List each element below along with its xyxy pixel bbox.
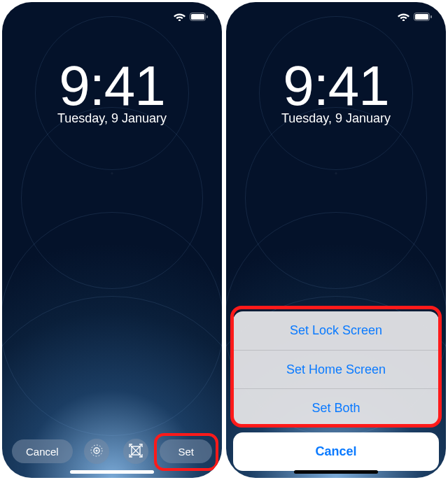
set-home-screen-option[interactable]: Set Home Screen (233, 350, 439, 388)
set-button[interactable]: Set (160, 439, 212, 463)
lock-date: Tuesday, 9 January (226, 111, 446, 126)
perspective-zoom-button[interactable] (123, 439, 148, 464)
set-both-option[interactable]: Set Both (233, 388, 439, 427)
action-sheet-options: Set Lock Screen Set Home Screen Set Both (233, 311, 439, 427)
wallpaper-toolbar: Cancel Set (2, 439, 222, 464)
home-indicator[interactable] (294, 470, 378, 474)
battery-icon (190, 11, 208, 24)
svg-rect-9 (430, 15, 432, 18)
lock-clock: 9:41 (2, 54, 222, 118)
svg-rect-2 (206, 15, 208, 18)
svg-rect-8 (415, 14, 428, 20)
live-photo-toggle-button[interactable] (84, 439, 109, 464)
lock-date: Tuesday, 9 January (2, 111, 222, 126)
battery-icon (414, 11, 432, 24)
set-lock-screen-option[interactable]: Set Lock Screen (233, 311, 439, 350)
wifi-icon (398, 11, 410, 24)
wallpaper-preview-screen: 9:41 Tuesday, 9 January Cancel Set (2, 2, 222, 478)
svg-point-4 (96, 449, 98, 451)
cancel-button[interactable]: Cancel (12, 439, 73, 463)
home-indicator[interactable] (70, 470, 154, 474)
lock-clock: 9:41 (226, 54, 446, 118)
perspective-zoom-icon (129, 444, 143, 460)
action-sheet: Set Lock Screen Set Home Screen Set Both… (233, 311, 439, 471)
action-sheet-cancel-button[interactable]: Cancel (233, 432, 439, 471)
status-bar (2, 2, 222, 33)
svg-rect-1 (191, 14, 204, 20)
live-photo-icon (90, 444, 104, 460)
wifi-icon (174, 11, 186, 24)
status-bar (226, 2, 446, 33)
wallpaper-set-options-screen: 9:41 Tuesday, 9 January Set Lock Screen … (226, 2, 446, 478)
